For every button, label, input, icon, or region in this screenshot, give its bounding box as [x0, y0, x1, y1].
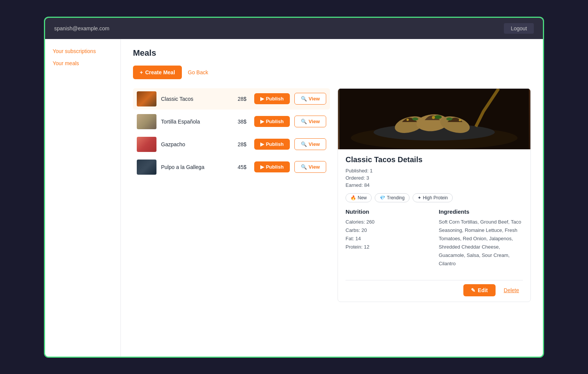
ingredients-section: Ingredients Soft Corn Tortillas, Ground …: [439, 208, 523, 268]
page-title: Meals: [133, 48, 531, 58]
meal-row[interactable]: Tortilla Española 38$ ▶ Publish 🔍 View: [133, 111, 330, 132]
play-icon: ▶: [260, 96, 264, 102]
detail-title: Classic Tacos Details: [346, 155, 523, 164]
play-icon: ▶: [260, 119, 264, 124]
search-icon: 🔍: [301, 119, 307, 124]
create-meal-button[interactable]: + Create Meal: [133, 66, 182, 79]
nutrition-section: Nutrition Calories: 260 Carbs: 20 Fat: 1…: [346, 208, 430, 268]
detail-ordered: Ordered: 3: [346, 175, 523, 181]
tag-high-protein: ✦ High Protein: [413, 193, 453, 202]
create-meal-label: Create Meal: [145, 69, 175, 75]
edit-button[interactable]: ✎ Edit: [463, 284, 495, 296]
view-button[interactable]: 🔍 View: [294, 93, 326, 105]
sidebar-item-meals[interactable]: Your meals: [53, 60, 113, 66]
ingredients-text: Soft Corn Tortillas, Ground Beef, Taco S…: [439, 218, 523, 268]
play-icon: ▶: [260, 141, 264, 147]
nutrition-title: Nutrition: [346, 208, 430, 215]
meal-row[interactable]: Gazpacho 28$ ▶ Publish 🔍 View: [133, 134, 330, 155]
publish-button[interactable]: ▶ Publish: [254, 116, 290, 127]
meal-row[interactable]: Classic Tacos 28$ ▶ Publish 🔍 View: [133, 88, 330, 110]
main-area: Your subscriptions Your meals Meals + Cr…: [45, 39, 543, 357]
play-icon: ▶: [260, 164, 264, 170]
view-button[interactable]: 🔍 View: [294, 161, 326, 173]
toolbar: + Create Meal Go Back: [133, 66, 531, 79]
meal-thumbnail: [137, 137, 156, 152]
logout-button[interactable]: Logout: [504, 23, 534, 34]
diamond-icon: 💎: [380, 195, 385, 200]
meal-name: Tortilla Española: [161, 119, 233, 125]
main-content: Meals + Create Meal Go Back Classic Taco…: [121, 39, 543, 357]
plus-icon: +: [140, 69, 143, 75]
detail-actions: ✎ Edit Delete: [338, 280, 530, 302]
pencil-icon: ✎: [471, 287, 475, 293]
view-button[interactable]: 🔍 View: [294, 138, 326, 150]
ingredients-title: Ingredients: [439, 208, 523, 215]
meal-price: 28$: [238, 141, 246, 147]
publish-button[interactable]: ▶ Publish: [254, 139, 290, 150]
publish-button[interactable]: ▶ Publish: [254, 161, 290, 172]
user-email: spanish@example.com: [54, 25, 109, 31]
nutrition-calories: Calories: 260: [346, 218, 430, 226]
star-icon: ✦: [418, 195, 421, 200]
view-button[interactable]: 🔍 View: [294, 116, 326, 127]
delete-button[interactable]: Delete: [500, 284, 523, 296]
nutrition-fat: Fat: 14: [346, 235, 430, 243]
sidebar-item-subscriptions[interactable]: Your subscriptions: [53, 48, 113, 54]
nutrition-protein: Protein: 12: [346, 243, 430, 251]
meal-thumbnail: [137, 91, 156, 106]
app-frame: spanish@example.com Logout Your subscrip…: [44, 17, 544, 358]
flame-icon: 🔥: [350, 195, 356, 200]
nutrition-carbs: Carbs: 20: [346, 226, 430, 235]
taco-image-svg: [338, 89, 530, 149]
info-row: Nutrition Calories: 260 Carbs: 20 Fat: 1…: [346, 208, 523, 268]
meal-row[interactable]: Pulpo a la Gallega 45$ ▶ Publish 🔍 View: [133, 156, 330, 178]
detail-earned: Earned: 84: [346, 182, 523, 188]
svg-rect-12: [339, 89, 529, 149]
meal-thumbnail: [137, 114, 156, 129]
detail-panel: Classic Tacos Details Published: 1 Order…: [338, 88, 531, 302]
detail-image: [338, 89, 530, 149]
meal-price: 38$: [238, 119, 246, 125]
tag-new: 🔥 New: [346, 193, 372, 202]
search-icon: 🔍: [301, 141, 307, 147]
meals-list: Classic Tacos 28$ ▶ Publish 🔍 View: [133, 88, 330, 302]
go-back-link[interactable]: Go Back: [188, 69, 208, 75]
tag-trending: 💎 Trending: [375, 193, 410, 202]
meal-price: 28$: [238, 96, 246, 102]
detail-stats: Published: 1 Ordered: 3 Earned: 84: [346, 168, 523, 188]
search-icon: 🔍: [301, 96, 307, 102]
search-icon: 🔍: [301, 164, 307, 170]
meal-name: Pulpo a la Gallega: [161, 164, 233, 170]
detail-body: Classic Tacos Details Published: 1 Order…: [338, 149, 530, 280]
meal-name: Gazpacho: [161, 141, 233, 147]
topbar: spanish@example.com Logout: [45, 18, 543, 39]
meal-price: 45$: [238, 164, 246, 170]
meal-name: Classic Tacos: [161, 96, 233, 102]
detail-published: Published: 1: [346, 168, 523, 174]
tags-row: 🔥 New 💎 Trending ✦ High Protein: [346, 193, 523, 202]
sidebar: Your subscriptions Your meals: [45, 39, 121, 357]
two-col-layout: Classic Tacos 28$ ▶ Publish 🔍 View: [133, 88, 531, 302]
meal-thumbnail: [137, 160, 156, 175]
publish-button[interactable]: ▶ Publish: [254, 93, 290, 104]
